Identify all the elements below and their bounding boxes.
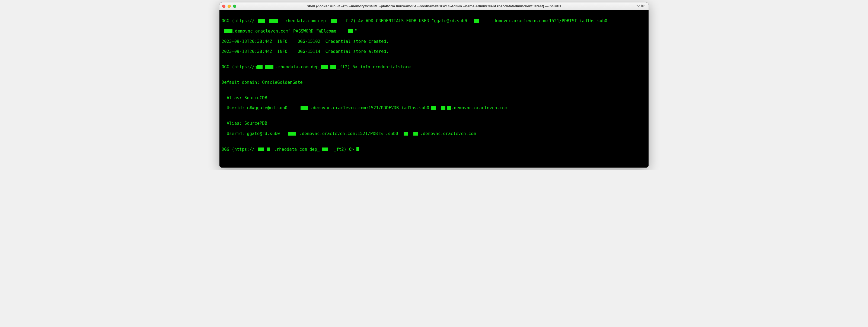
terminal-line: OGG (https://g.rheodata.com dep__ft2) 5>…: [222, 65, 646, 70]
text: .demovnc.oraclevcn.com:1521/PDBTST.sub0: [300, 131, 398, 136]
text: .rheodata.com dep_: [274, 147, 319, 152]
redaction: [265, 65, 273, 69]
terminal-line: .demovnc.oraclevcn.com" PASSWORD "WElcom…: [222, 29, 646, 34]
window-shortcut: ⌥⌘1: [637, 4, 646, 8]
redaction: [413, 132, 418, 136]
redaction: [404, 132, 408, 136]
redaction: [474, 19, 479, 23]
text: .demovnc.oraclevcn.com: [421, 131, 476, 136]
zoom-icon[interactable]: [233, 5, 236, 8]
text: _ft2) 5> info credentialstore: [337, 65, 411, 69]
text: _ft2) 4> ADD CREDENTIALS EUDB USER "ggat…: [343, 19, 467, 23]
redaction: [322, 148, 328, 151]
redaction: [288, 132, 296, 136]
cursor-icon: [356, 147, 359, 151]
redaction: [441, 106, 445, 110]
text: .rheodata.com dep_: [283, 19, 328, 23]
terminal-line: OGG (https://.rheodata.com dep__ft2) 6>: [222, 147, 646, 152]
redaction: [348, 29, 353, 33]
redaction: [330, 65, 336, 69]
text: .demovnc.oraclevcn.com:1521/PDBTST_iad1h…: [491, 19, 607, 23]
traffic-lights: [222, 5, 236, 8]
redaction: [269, 19, 278, 23]
terminal-line: OGG (https://.rheodata.com dep__ft2) 4> …: [222, 19, 646, 24]
redaction: [258, 148, 264, 151]
terminal-line: Userid: ggate@rd.sub0.demovnc.oraclevcn.…: [222, 131, 646, 136]
redaction: [267, 148, 270, 151]
text: .demovnc.oraclevcn.com" PASSWORD "WElcom…: [232, 29, 336, 34]
text: OGG (https://: [222, 19, 254, 23]
text: OGG (https://: [222, 147, 254, 152]
terminal-line: 2023-09-13T20:38:44Z INFO OGG-15102 Cred…: [222, 39, 646, 44]
redaction: [301, 106, 308, 110]
terminal-line: Userid: c##ggate@rd.sub0.demovnc.oraclev…: [222, 105, 646, 110]
text: OGG (https://g: [222, 65, 257, 69]
redaction: [258, 19, 265, 23]
text: .demovnc.oraclevcn.com: [452, 105, 507, 110]
terminal-line: Default domain: OracleGoldenGate: [222, 80, 646, 85]
redaction: [224, 29, 232, 33]
redaction: [331, 19, 337, 23]
redaction: [431, 106, 436, 110]
redaction: [321, 65, 328, 69]
text: _ft2) 6>: [334, 147, 356, 152]
text: Userid: c##ggate@rd.sub0: [222, 105, 287, 110]
text: .demovnc.oraclevcn.com:1521/RDDEVDB_iad1…: [310, 105, 429, 110]
text: ": [355, 29, 357, 34]
text: .rheodata.com dep_: [276, 65, 321, 69]
window-title: Shell (docker run -it --rm --memory=2048…: [219, 4, 649, 8]
close-icon[interactable]: [222, 5, 225, 8]
terminal-line: 2023-09-13T20:38:44Z INFO OGG-15114 Cred…: [222, 49, 646, 54]
redaction: [447, 106, 452, 110]
terminal-line: Alias: SourceCDB: [222, 95, 646, 101]
text: Userid: ggate@rd.sub0: [222, 131, 280, 136]
terminal-line: Alias: SourcePDB: [222, 121, 646, 126]
title-bar: Shell (docker run -it --rm --memory=2048…: [219, 2, 649, 10]
redaction: [257, 65, 262, 69]
terminal-output[interactable]: OGG (https://.rheodata.com dep__ft2) 4> …: [219, 10, 649, 168]
terminal-window: Shell (docker run -it --rm --memory=2048…: [219, 2, 649, 168]
minimize-icon[interactable]: [227, 5, 231, 8]
